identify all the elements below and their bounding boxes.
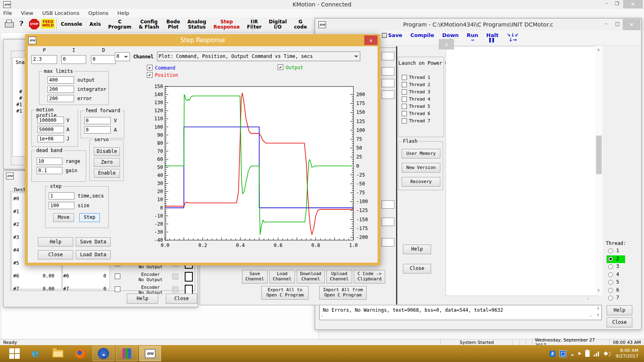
config-partial-field[interactable] [382,200,394,209]
volume-tray[interactable] [604,351,611,356]
thread-radio-3[interactable] [608,264,613,269]
thread-radio-5[interactable] [608,280,613,285]
thread-radio-1[interactable] [608,249,613,253]
start-button[interactable] [9,348,20,359]
code-editor-area[interactable] [446,46,596,296]
cloud-tray[interactable]: ☁ [570,350,574,357]
channel-load-button[interactable]: Load Channel [269,270,295,284]
config-partial-field[interactable] [382,79,394,87]
config-partial-field[interactable] [382,67,394,76]
menu-options[interactable]: Options [88,10,108,16]
plot-mode-combo[interactable]: Plot: Command, Position, Output Command … [157,51,360,61]
toolbar-config-flash[interactable]: Config & Flash [135,17,163,31]
scroll-up-icon[interactable]: ∧ [597,47,600,52]
feed-forward-V-field[interactable]: 0 [84,117,111,124]
cloud-app-task-button[interactable]: ☁ [93,346,114,361]
channel-c-code--button[interactable]: C Code -> Clipboard [354,270,385,284]
motion-profile-V-field[interactable]: 100000 [37,117,64,124]
program-toolbar-save-button[interactable]: Save [382,33,402,38]
max-limits-integrator-field[interactable]: 200 [47,86,74,93]
flash-user-memory-button[interactable]: User Memory [402,149,440,158]
import-all-button[interactable]: Import All from Open C Program [319,286,367,300]
launch-thread-7-checkbox[interactable] [402,118,407,123]
program-close-button[interactable]: ✕ [623,19,640,30]
thread-radio-7[interactable] [608,296,613,300]
axis-row-black-box[interactable] [185,285,193,294]
d-field[interactable]: 0 [91,55,116,64]
start-task-button[interactable] [6,346,23,361]
volume-icon[interactable] [604,351,611,356]
program-minimize-button[interactable]: – [602,21,610,27]
program-maximize-button[interactable]: □ [613,21,621,27]
config-partial-field[interactable] [382,238,394,247]
launch-thread-2-checkbox[interactable] [402,82,407,87]
step-button[interactable]: Step [79,213,100,222]
menu-view[interactable]: View [21,10,33,16]
stop-icon[interactable]: STOP [29,19,39,29]
close-button[interactable]: ✕ [623,0,643,8]
background-window-close-button[interactable]: ✕ [439,39,454,49]
axis-help-button[interactable]: Help [127,294,158,304]
program-toolbar-halt-button[interactable]: Halt▌▌ [486,33,498,42]
channel-upload-button[interactable]: Upload Channel [326,270,352,284]
channel-save-button[interactable]: Save Channel [242,270,268,284]
kmotion-taskbar-icon[interactable]: DM [145,349,155,358]
battery-icon[interactable] [585,350,590,357]
step-arrows-icon[interactable]: ↘↓↙↓→ [506,33,518,42]
output-scroll-up-icon[interactable]: ∧ [597,306,600,311]
load-data-button[interactable]: Load Data [76,250,111,259]
channel-download-button[interactable]: Download Channel [297,270,325,284]
program-close2-button[interactable]: Close [607,317,632,327]
menu-help[interactable]: Help [117,10,129,16]
file-explorer-task-button[interactable] [47,346,68,361]
internet-explorer-task-button[interactable]: e [25,346,46,361]
scrollbar-thumb[interactable] [596,136,602,174]
launch-thread-5-checkbox[interactable] [402,104,407,109]
toolbar-analog-status[interactable]: Analog Status [184,17,210,31]
thread-radio-2[interactable] [608,257,613,261]
toolbar-console[interactable]: Console [57,17,86,31]
launch-thread-1-checkbox[interactable] [402,75,407,80]
media-app-task-button[interactable] [116,346,138,361]
toolbar-digital-i-o[interactable]: Digital I/O [265,17,291,31]
launch-thread-4-checkbox[interactable] [402,97,407,102]
program-left-help-button[interactable]: Help [403,245,431,254]
help-icon[interactable]: ? [19,19,23,27]
print-icon[interactable] [5,22,14,27]
save-data-button[interactable]: Save Data [76,237,111,247]
flash-recovery-button[interactable]: Recovery [402,177,440,187]
kmotion-task-button[interactable]: DM [139,346,161,361]
toolbar-step-response[interactable]: Step Response [210,17,243,31]
program-left-close-button[interactable]: Close [403,264,431,274]
output-scroll-right-icon[interactable]: › [590,313,592,319]
action-flag-tray[interactable]: ⚑✖ [578,351,581,357]
menu-usb-locations[interactable]: USB Locations [42,10,80,16]
motion-profile-J-field[interactable]: 1e+06 [37,135,64,142]
feed-forward-A-field[interactable]: 0 [84,126,111,134]
p-field[interactable]: 2.3 [31,55,57,64]
scroll-down-icon[interactable]: ∨ [597,288,600,293]
max-limits-error-field[interactable]: 200 [47,95,74,102]
launch-thread-6-checkbox[interactable] [402,111,407,116]
editor-scroll-right-icon[interactable]: › [587,296,589,301]
toolbar-axis[interactable]: Axis [86,17,104,31]
step-timesecs-field[interactable]: 1 [49,192,74,200]
toolbar-c-program[interactable]: C Program [105,17,135,31]
program-toolbar-compile-button[interactable]: Compile [410,33,434,38]
output-checkbox[interactable]: ✔ [278,64,283,70]
axis-row-gray-box[interactable] [172,274,178,280]
minimize-button[interactable]: – [602,0,611,6]
servo-enable-button[interactable]: Enable [94,169,120,178]
config-partial-field[interactable] [382,218,394,226]
language-tray[interactable] [559,350,566,357]
servo-zero-button[interactable]: Zero [94,158,120,167]
menu-file[interactable]: File [3,10,12,16]
dialog-close-button[interactable]: ✕ [364,35,378,45]
thread-radio-6[interactable] [608,288,613,293]
firefox-task-button[interactable] [70,346,91,361]
toolbar-g-code[interactable]: G code [291,17,311,31]
step-size-field[interactable]: 100 [49,202,74,209]
axis-close-button[interactable]: Close [166,294,197,304]
servo-disable-button[interactable]: Disable [94,147,120,156]
network-signal-icon[interactable] [594,351,600,356]
